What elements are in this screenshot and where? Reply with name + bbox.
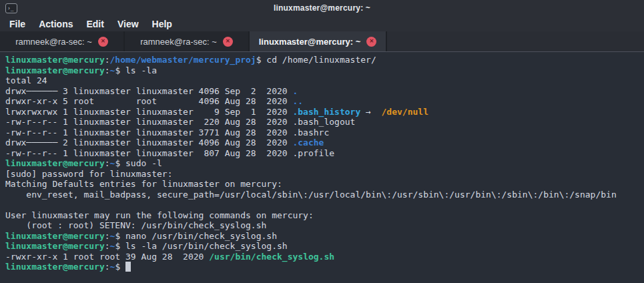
terminal-text-segment: (root : root) SETENV: /usr/bin/check_sys… xyxy=(5,220,266,230)
terminal-text-segment: /usr/bin/check_syslog.sh xyxy=(209,252,334,262)
menu-item-help[interactable]: Help xyxy=(145,19,179,29)
terminal-text-segment: : xyxy=(105,158,110,168)
terminal-text-segment: : xyxy=(105,241,110,251)
terminal-line: Matching Defaults entries for linuxmaste… xyxy=(5,179,644,190)
terminal-text-segment: $ cd /home/linuxmaster/ xyxy=(256,55,376,65)
window-title: linuxmaster@mercury: ~ xyxy=(0,3,644,13)
terminal-line: env_reset, mail_badpass, secure_path=/us… xyxy=(5,190,644,200)
terminal-text-segment: linuxmaster@mercury xyxy=(5,158,105,168)
terminal-text-segment: linuxmaster@mercury xyxy=(5,262,105,272)
menu-item-edit[interactable]: Edit xyxy=(79,19,110,29)
terminal-line: drwx────── 2 linuxmaster linuxmaster 409… xyxy=(5,137,644,148)
terminal-text-segment: : xyxy=(105,231,110,241)
terminal-text-segment: $ ls -la xyxy=(115,65,157,75)
menubar: FileActionsEditViewHelp xyxy=(0,16,644,31)
terminal-text-segment: : xyxy=(105,262,110,272)
terminal-text-segment: total 24 xyxy=(5,75,47,85)
terminal-text-segment: User linuxmaster may run the following c… xyxy=(5,210,314,220)
terminal-line: linuxmaster@mercury:~$ sudo -l xyxy=(5,158,644,169)
terminal-text-segment: linuxmaster@mercury xyxy=(5,241,105,251)
terminal-line: linuxmaster@mercury:~$ nano /usr/bin/che… xyxy=(5,231,644,242)
terminal-text-segment: drwx────── 3 linuxmaster linuxmaster 409… xyxy=(5,86,292,96)
terminal-text-segment: drwxr-xr-x 5 root root 4096 Aug 28 2020 xyxy=(5,96,292,106)
terminal-line: -rw-r--r-- 1 linuxmaster linuxmaster 807… xyxy=(5,148,644,159)
terminal-text-segment: $ ls -la /usr/bin/check_syslog.sh xyxy=(115,241,287,251)
terminal-tab-1[interactable]: ramneek@ra-sec: ~✕ xyxy=(0,31,125,51)
tab-label: ramneek@ra-sec: ~ xyxy=(140,37,217,47)
terminal-text-segment: .. xyxy=(292,96,303,106)
terminal-line: linuxmaster@mercury:~$ ls -la xyxy=(5,65,644,76)
menu-item-actions[interactable]: Actions xyxy=(32,19,79,29)
terminal-text-segment: /home/webmaster/mercury_proj xyxy=(110,55,256,65)
menu-item-file[interactable]: File xyxy=(3,19,32,29)
terminal-window: ›_ linuxmaster@mercury: ~ FileActionsEdi… xyxy=(0,0,644,283)
terminal-screen[interactable]: linuxmaster@mercury:/home/webmaster/merc… xyxy=(0,52,644,283)
terminal-text-segment: -rw-r--r-- 1 linuxmaster linuxmaster 220… xyxy=(5,117,355,127)
terminal-text-segment: .bash_history xyxy=(292,107,360,117)
terminal-line: drwxr-xr-x 5 root root 4096 Aug 28 2020 … xyxy=(5,96,644,107)
terminal-text-segment: $ nano /usr/bin/check_syslog.sh xyxy=(115,231,277,241)
terminal-text-segment: → xyxy=(360,107,381,117)
terminal-text-segment: linuxmaster@mercury xyxy=(5,231,105,241)
terminal-app-icon-glyph: ›_ xyxy=(7,4,14,13)
terminal-text-segment: $ xyxy=(115,262,125,272)
terminal-line: [sudo] password for linuxmaster: xyxy=(5,169,644,180)
terminal-text-segment: : xyxy=(105,65,110,75)
terminal-text-segment: .cache xyxy=(292,137,324,148)
terminal-line: linuxmaster@mercury:/home/webmaster/merc… xyxy=(5,55,644,65)
terminal-text-segment: [sudo] password for linuxmaster: xyxy=(5,169,172,179)
terminal-text-segment: /dev/null xyxy=(382,107,428,117)
terminal-line: total 24 xyxy=(5,75,644,86)
tab-close-icon[interactable]: ✕ xyxy=(98,37,108,47)
terminal-line: User linuxmaster may run the following c… xyxy=(5,210,644,221)
terminal-text-segment: Matching Defaults entries for linuxmaste… xyxy=(5,179,282,189)
terminal-tab-2[interactable]: ramneek@ra-sec: ~✕ xyxy=(125,31,250,51)
terminal-text-segment: linuxmaster@mercury xyxy=(5,55,105,65)
terminal-text-segment: $ sudo -l xyxy=(115,158,162,168)
terminal-line: linuxmaster@mercury:~$ xyxy=(5,262,644,272)
terminal-text-segment: -rw-r--r-- 1 linuxmaster linuxmaster 807… xyxy=(5,148,334,158)
terminal-line: -rw-r--r-- 1 linuxmaster linuxmaster 220… xyxy=(5,117,644,127)
terminal-line: lrwxrwxrwx 1 linuxmaster linuxmaster 9 S… xyxy=(5,107,644,117)
menu-item-view[interactable]: View xyxy=(111,19,145,29)
window-titlebar: ›_ linuxmaster@mercury: ~ xyxy=(0,0,644,16)
terminal-cursor xyxy=(125,262,131,272)
tab-bar: ramneek@ra-sec: ~✕ramneek@ra-sec: ~✕linu… xyxy=(0,31,644,52)
terminal-line: (root : root) SETENV: /usr/bin/check_sys… xyxy=(5,220,644,231)
terminal-line: -rw-r--r-- 1 linuxmaster linuxmaster 377… xyxy=(5,127,644,138)
tab-label: linuxmaster@mercury: ~ xyxy=(259,37,361,47)
terminal-line xyxy=(5,200,644,210)
tab-close-icon[interactable]: ✕ xyxy=(223,37,233,47)
terminal-text-segment: : xyxy=(105,55,110,65)
terminal-text-segment: env_reset, mail_badpass, secure_path=/us… xyxy=(5,190,617,200)
terminal-tab-3[interactable]: linuxmaster@mercury: ~✕ xyxy=(250,31,387,51)
terminal-text-segment: -rw-r--r-- 1 linuxmaster linuxmaster 377… xyxy=(5,127,329,137)
terminal-line: linuxmaster@mercury:~$ ls -la /usr/bin/c… xyxy=(5,241,644,252)
terminal-app-icon: ›_ xyxy=(5,3,17,13)
terminal-line: drwx────── 3 linuxmaster linuxmaster 409… xyxy=(5,86,644,97)
terminal-text-segment: lrwxrwxrwx 1 linuxmaster linuxmaster 9 S… xyxy=(5,107,292,117)
terminal-text-segment: drwx────── 2 linuxmaster linuxmaster 409… xyxy=(5,137,292,148)
terminal-line: -rwxr-xr-x 1 root root 39 Aug 28 2020 /u… xyxy=(5,252,644,262)
tab-close-icon[interactable]: ✕ xyxy=(366,37,376,47)
tab-label: ramneek@ra-sec: ~ xyxy=(15,37,92,47)
terminal-text-segment: -rwxr-xr-x 1 root root 39 Aug 28 2020 xyxy=(5,252,209,262)
terminal-text-segment: linuxmaster@mercury xyxy=(5,65,105,75)
terminal-text-segment: . xyxy=(292,86,298,96)
